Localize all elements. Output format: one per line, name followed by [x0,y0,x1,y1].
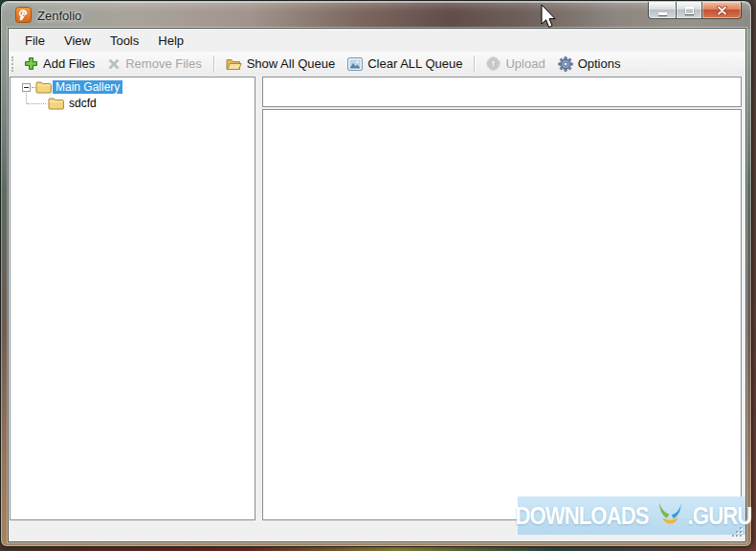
gear-icon [558,56,573,72]
upload-globe-icon [486,56,500,71]
add-files-button[interactable]: Add Files [19,55,100,73]
caption-buttons [648,2,742,19]
clear-all-queue-label: Clear ALL Queue [367,56,462,71]
options-button[interactable]: Options [553,55,626,74]
toolbar-grip[interactable] [11,56,13,72]
upload-label: Upload [505,56,545,71]
menu-tools[interactable]: Tools [100,31,148,51]
window-title: Zenfolio [37,9,81,23]
minimize-icon [658,12,667,15]
add-plus-icon [24,56,38,71]
menu-help[interactable]: Help [148,31,193,51]
gallery-tree-panel: Main Gallery sdcfd [10,77,256,520]
picture-icon [347,57,363,71]
queue-list-panel [262,109,742,520]
zenfolio-logo-icon [15,7,32,23]
menu-view[interactable]: View [55,31,100,51]
tree-connector [26,93,27,103]
watermark-text-left: DOWNLOADS [515,502,648,530]
download-arrow-icon [656,501,683,526]
mouse-cursor [541,5,560,31]
minimize-button[interactable] [648,2,676,19]
toolbar-separator [213,55,214,73]
maximize-icon [685,7,694,14]
queue-header-strip [262,77,742,107]
remove-files-button: Remove Files [102,55,206,73]
resize-grip[interactable] [731,526,742,537]
folder-icon [48,97,64,110]
client-area: File View Tools Help Add Files Remove Fi… [8,28,746,542]
menu-bar: File View Tools Help [9,29,745,52]
remove-x-icon [107,57,121,71]
close-icon [717,6,727,15]
tree-connector [27,103,46,104]
downloads-guru-watermark: DOWNLOADS .GURU [518,496,745,535]
maximize-button[interactable] [676,2,702,19]
clear-all-queue-button[interactable]: Clear ALL Queue [343,55,467,73]
tree-item-main-gallery[interactable]: Main Gallery [53,80,122,94]
options-label: Options [578,56,621,71]
toolbar-separator [474,55,475,73]
remove-files-label: Remove Files [125,56,201,71]
folder-icon [35,80,52,94]
show-all-queue-label: Show All Queue [247,56,336,71]
tree-collapse-icon[interactable] [22,83,31,92]
menu-file[interactable]: File [15,31,55,51]
upload-button: Upload [481,55,549,73]
title-bar[interactable]: Zenfolio [2,2,750,29]
toolbar: Add Files Remove Files Show All Queue [9,52,745,76]
tree-item-sdcfd[interactable]: sdcfd [67,97,99,110]
close-button[interactable] [702,2,742,19]
show-all-queue-button[interactable]: Show All Queue [221,55,341,73]
open-folder-icon [226,57,242,71]
app-window: Zenfolio File View Tools Help [0,0,752,547]
add-files-label: Add Files [43,56,95,71]
